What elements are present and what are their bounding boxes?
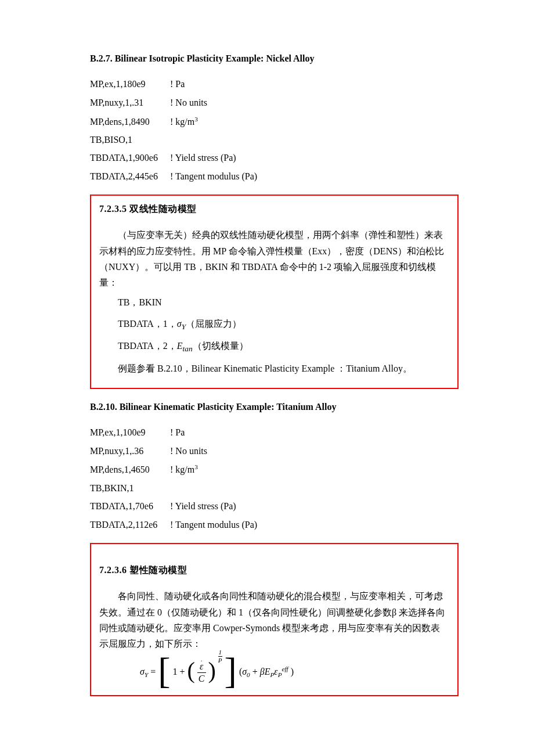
comment: ! Tangent modulus (Pa) [170,520,257,530]
comment: ! Tangent modulus (Pa) [170,171,257,181]
code-line: MP,ex,1,100e9! Pa [90,426,459,439]
comment: ! Yield stress (Pa) [170,501,236,511]
code-line: MP,nuxy,1,.36! No units [90,445,459,458]
section-heading-b27: B.2.7. Bilinear Isotropic Plasticity Exa… [90,52,459,65]
box-reference: 例题参看 B.2.10，Bilinear Kinematic Plasticit… [99,360,449,377]
code-line: TBDATA,2,112e6! Tangent modulus (Pa) [90,519,459,531]
comment: ! Pa [170,79,185,89]
code-block-titanium: MP,ex,1,100e9! Pa MP,nuxy,1,.36! No unit… [90,426,459,531]
comment: ! kg/m3 [170,117,198,127]
tbdata-tangent: TBDATA，2，Etan（切线模量） [99,337,449,357]
code-line: MP,nuxy,1,.31! No units [90,96,459,109]
code-line: MP,ex,1,180e9! Pa [90,78,459,91]
comment: ! Pa [170,427,185,437]
box-paragraph: （与应变率无关）经典的双线性随动硬化模型，用两个斜率（弹性和塑性）来表示材料的应… [99,227,449,290]
cmd: TBDATA,2,445e6 [90,170,170,183]
tb-command: TB，BKIN [99,294,449,311]
tbdata-yield: TBDATA，1，σY（屈服应力） [99,315,449,334]
code-block-nickel: MP,ex,1,180e9! Pa MP,nuxy,1,.31! No unit… [90,78,459,183]
box-title: 7.2.3.5 双线性随动模型 [99,203,449,215]
cmd: TBDATA,1,70e6 [90,500,170,513]
code-line: TBDATA,1,70e6! Yield stress (Pa) [90,500,459,513]
highlight-box-7235: 7.2.3.5 双线性随动模型 （与应变率无关）经典的双线性随动硬化模型，用两个… [90,195,459,389]
box-paragraph: 各向同性、随动硬化或各向同性和随动硬化的混合模型，与应变率相关，可考虑失效。通过… [99,588,449,651]
highlight-box-7236: 7.2.3.6 塑性随动模型 各向同性、随动硬化或各向同性和随动硬化的混合模型，… [90,543,459,696]
code-line: TB,BKIN,1 [90,482,459,495]
comment: ! Yield stress (Pa) [170,153,236,163]
cmd: MP,dens,1,8490 [90,116,170,128]
code-line: TBDATA,1,900e6! Yield stress (Pa) [90,152,459,164]
cmd: MP,nuxy,1,.36 [90,445,170,458]
cmd: MP,dens,1,4650 [90,463,170,476]
cmd: MP,ex,1,180e9 [90,78,170,91]
code-line: TB,BISO,1 [90,134,459,146]
cmd: MP,nuxy,1,.31 [90,96,170,109]
comment: ! No units [170,446,207,456]
cmd: TBDATA,1,900e6 [90,152,170,164]
comment: ! kg/m3 [170,465,198,474]
code-line: MP,dens,1,4650! kg/m3 [90,463,459,477]
cmd: MP,ex,1,100e9 [90,426,170,439]
comment: ! No units [170,98,207,107]
cmd: TB,BKIN,1 [90,482,170,495]
code-line: MP,dens,1,8490! kg/m3 [90,114,459,128]
yield-stress-equation: σY = [ 1 + ( . ε C ) 1 P ] (σ0 + βEPεPef… [140,662,449,683]
box-title: 7.2.3.6 塑性随动模型 [99,564,449,577]
cmd: TB,BISO,1 [90,134,170,146]
cmd: TBDATA,2,112e6 [90,519,170,531]
section-heading-b210: B.2.10. Bilinear Kinematic Plasticity Ex… [90,401,459,413]
code-line: TBDATA,2,445e6! Tangent modulus (Pa) [90,170,459,183]
